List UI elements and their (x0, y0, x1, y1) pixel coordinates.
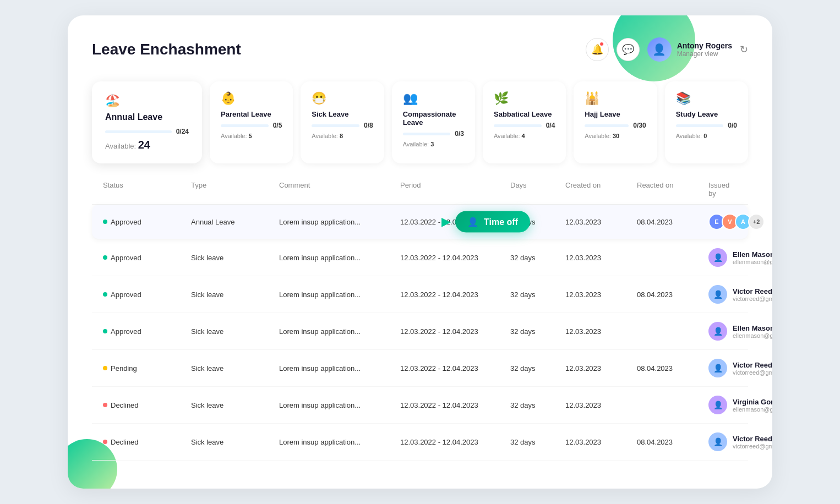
header: Leave Enchashment 🔔 💬 👤 Antony Rogers Ma… (92, 37, 748, 62)
time-off-tooltip[interactable]: 👤Time off (455, 211, 530, 233)
notification-button[interactable]: 🔔 (586, 38, 609, 61)
reacted-cell-6: 08.04.2023 (637, 438, 708, 446)
progress-row-study: 0/0 (676, 122, 737, 129)
notification-dot (599, 42, 604, 46)
available-count-sabbatical: 4 (522, 133, 525, 139)
person-avatar-6: 👤 (708, 432, 727, 451)
table-header: StatusTypeCommentPeriodDaysCreated onRea… (92, 181, 748, 205)
available-count-study: 0 (703, 133, 707, 139)
progress-row-annual: 0/24 (105, 128, 189, 135)
status-dot-6 (103, 440, 107, 444)
status-dot-1 (103, 255, 107, 260)
status-dot-3 (103, 329, 107, 333)
arrow-indicator: ▶ (441, 215, 451, 229)
period-cell-2: 12.03.2022 - 12.04.2023 (400, 291, 510, 299)
person-email-5: ellenmason@gmail.com (733, 406, 772, 413)
issued-cell-5: 👤 Virginia Gomez ellenmason@gmail.com (708, 396, 772, 414)
progress-row-sabbatical: 0/4 (494, 122, 555, 129)
header-col-created-on: Created on (565, 181, 637, 198)
table-row[interactable]: ApprovedSick leaveLorem insup applicatio… (92, 276, 748, 313)
progress-row-hajj: 0/30 (585, 122, 646, 129)
person-avatar-2: 👤 (708, 285, 727, 304)
leave-cards-row: 🏖️ Annual Leave 0/24 Available: 24 👶 Par… (92, 81, 748, 163)
leave-card-sick[interactable]: 😷 Sick Leave 0/8 Available: 8 (301, 81, 384, 163)
leave-card-sabbatical[interactable]: 🌿 Sabbatical Leave 0/4 Available: 4 (483, 81, 566, 163)
card-icon-sick: 😷 (312, 91, 373, 106)
header-col-status: Status (103, 181, 191, 198)
status-cell-1: Approved (103, 254, 191, 262)
status-label-2: Approved (111, 291, 141, 299)
progress-bar-bg-study (676, 124, 724, 127)
status-label-5: Declined (111, 401, 139, 409)
type-cell-1: Sick leave (191, 254, 279, 262)
progress-fraction-sick: 0/8 (364, 122, 373, 129)
created-cell-5: 12.03.2023 (565, 401, 637, 409)
issued-cell-6: 👤 Victor Reed victorreed@gmail.com (708, 432, 772, 451)
person-info-6: Victor Reed victorreed@gmail.com (733, 435, 772, 450)
user-info: Antony Rogers Manager view (677, 41, 732, 58)
type-cell-2: Sick leave (191, 291, 279, 299)
card-icon-annual: 🏖️ (105, 94, 189, 108)
header-col-days: Days (510, 181, 565, 198)
avatar: 👤 (647, 37, 672, 62)
days-cell-3: 32 days (510, 327, 565, 336)
days-cell-6: 32 days (510, 438, 565, 446)
type-cell-6: Sick leave (191, 438, 279, 446)
comment-cell-1: Lorem insup application... (279, 254, 400, 262)
person-avatar-3: 👤 (708, 322, 727, 341)
table-row[interactable]: ApprovedAnnual LeaveLorem insup applicat… (92, 205, 748, 239)
table-row[interactable]: ApprovedSick leaveLorem insup applicatio… (92, 239, 748, 276)
progress-row-sick: 0/8 (312, 122, 373, 129)
person-1: 👤 Ellen Mason ellenmason@gmail.com (708, 248, 772, 267)
available-text-hajj: Available: 30 (585, 133, 646, 139)
type-cell-5: Sick leave (191, 401, 279, 409)
table-row[interactable]: ApprovedSick leaveLorem insup applicatio… (92, 313, 748, 350)
leave-card-parental[interactable]: 👶 Parental Leave 0/5 Available: 5 (210, 81, 293, 163)
table-row[interactable]: DeclinedSick leaveLorem insup applicatio… (92, 424, 748, 461)
created-cell-4: 12.03.2023 (565, 364, 637, 372)
card-icon-sabbatical: 🌿 (494, 91, 555, 106)
person-name-5: Virginia Gomez (733, 398, 772, 406)
available-count-hajj: 30 (613, 133, 619, 139)
card-icon-hajj: 🕌 (585, 91, 646, 106)
created-cell-1: 12.03.2023 (565, 254, 637, 262)
table-row[interactable]: DeclinedSick leaveLorem insup applicatio… (92, 387, 748, 424)
period-cell-1: 12.03.2022 - 12.04.2023 (400, 254, 510, 262)
refresh-icon[interactable]: ↻ (740, 43, 748, 56)
available-count-annual: 24 (138, 139, 150, 151)
available-count-compassionate: 3 (430, 141, 434, 147)
card-title-annual: Annual Leave (105, 112, 189, 122)
header-right: 🔔 💬 👤 Antony Rogers Manager view ↻ (586, 37, 748, 62)
available-text-compassionate: Available: 3 (403, 141, 464, 147)
leave-card-study[interactable]: 📚 Study Leave 0/0 Available: 0 (665, 81, 748, 163)
person-avatar-1: 👤 (708, 248, 727, 267)
header-col-reacted-on: Reacted on (637, 181, 708, 198)
person-email-1: ellenmason@gmail.com (733, 259, 772, 265)
person-name-6: Victor Reed (733, 435, 772, 443)
issued-avatars-group: EVA+2 (708, 213, 765, 230)
days-cell-5: 32 days (510, 401, 565, 409)
created-cell-3: 12.03.2023 (565, 327, 637, 336)
available-text-annual: Available: 24 (105, 139, 189, 151)
table-row[interactable]: PendingSick leaveLorem insup application… (92, 350, 748, 387)
created-cell-2: 12.03.2023 (565, 291, 637, 299)
status-cell-0: Approved (103, 218, 191, 226)
leave-card-compassionate[interactable]: 👥 Compassionate Leave 0/3 Available: 3 (392, 81, 475, 163)
person-email-6: victorreed@gmail.com (733, 443, 772, 450)
user-profile[interactable]: 👤 Antony Rogers Manager view (647, 37, 732, 62)
reacted-cell-2: 08.04.2023 (637, 291, 708, 299)
card-title-sabbatical: Sabbatical Leave (494, 110, 555, 118)
period-cell-6: 12.03.2022 - 12.04.2023 (400, 438, 510, 446)
status-dot-4 (103, 366, 107, 370)
person-name-2: Victor Reed (733, 287, 772, 295)
leave-card-annual[interactable]: 🏖️ Annual Leave 0/24 Available: 24 (92, 81, 202, 163)
message-button[interactable]: 💬 (617, 38, 640, 61)
progress-fraction-annual: 0/24 (176, 128, 189, 135)
reacted-cell-4: 08.04.2023 (637, 364, 708, 372)
progress-bar-bg-annual (105, 130, 172, 133)
leave-card-hajj[interactable]: 🕌 Hajj Leave 0/30 Available: 30 (574, 81, 657, 163)
person-avatar-5: 👤 (708, 396, 727, 414)
comment-cell-2: Lorem insup application... (279, 291, 400, 299)
available-text-sabbatical: Available: 4 (494, 133, 555, 139)
days-cell-2: 32 days (510, 291, 565, 299)
